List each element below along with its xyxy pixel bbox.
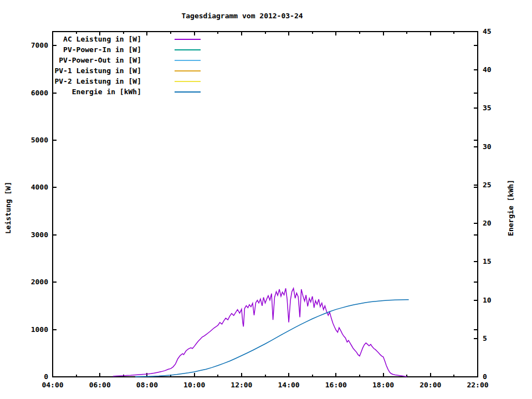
y1-tick-label: 2000 — [31, 278, 48, 286]
y2-tick-label: 10 — [483, 296, 492, 304]
y2-tick-label: 5 — [483, 334, 487, 342]
x-tick-label: 06:00 — [89, 381, 111, 389]
gnuplot-daily-chart: Tagesdiagramm vom 2012-03-24 Leistung [W… — [0, 0, 532, 399]
y2-axis-ticks: 051015202530354045 — [474, 27, 492, 381]
y2-tick-label: 0 — [483, 372, 487, 381]
chart-title: Tagesdiagramm vom 2012-03-24 — [181, 12, 303, 20]
y1-tick-label: 6000 — [31, 89, 48, 97]
y2-tick-label: 45 — [483, 27, 492, 35]
y1-tick-label: 3000 — [31, 231, 48, 239]
legend-label: Energie in [kWh] — [72, 88, 141, 96]
y-axis-label-left: Leistung [W] — [4, 182, 12, 234]
legend-label: PV-2 Leistung in [W] — [54, 77, 141, 85]
data-series — [113, 288, 409, 376]
series-line-energie-in-kwh- — [135, 300, 408, 377]
legend-label: PV-Power-Out in [W] — [59, 56, 141, 64]
y2-tick-label: 35 — [483, 104, 492, 112]
x-tick-label: 04:00 — [42, 381, 63, 389]
x-tick-label: 08:00 — [136, 381, 158, 389]
y1-tick-label: 4000 — [31, 183, 48, 191]
x-tick-label: 12:00 — [231, 381, 252, 389]
y1-tick-label: 7000 — [31, 41, 48, 49]
y2-tick-label: 15 — [483, 257, 492, 265]
x-tick-label: 10:00 — [183, 381, 205, 389]
y1-tick-label: 5000 — [31, 136, 48, 144]
plot-area: 04:0006:0008:0010:0012:0014:0016:0018:00… — [0, 0, 532, 399]
legend-label: PV-Power-In in [W] — [63, 45, 141, 54]
legend-label: PV-1 Leistung in [W] — [54, 66, 141, 75]
y2-tick-label: 30 — [483, 142, 492, 151]
y2-tick-label: 40 — [483, 65, 492, 74]
x-tick-label: 16:00 — [325, 381, 347, 389]
y2-tick-label: 20 — [483, 219, 492, 227]
x-tick-label: 14:00 — [278, 381, 300, 389]
x-tick-label: 18:00 — [372, 381, 394, 389]
y-axis-label-right: Energie [kWh] — [507, 180, 515, 236]
x-tick-label: 22:00 — [467, 381, 488, 389]
series-line-ac-leistung-in-w- — [113, 288, 407, 376]
x-tick-label: 20:00 — [420, 381, 441, 389]
legend-label: AC Leistung in [W] — [63, 35, 141, 43]
y1-tick-label: 0 — [44, 372, 48, 381]
y1-tick-label: 1000 — [31, 325, 48, 334]
legend: AC Leistung in [W]PV-Power-In in [W]PV-P… — [54, 35, 201, 96]
y2-tick-label: 25 — [483, 181, 492, 189]
